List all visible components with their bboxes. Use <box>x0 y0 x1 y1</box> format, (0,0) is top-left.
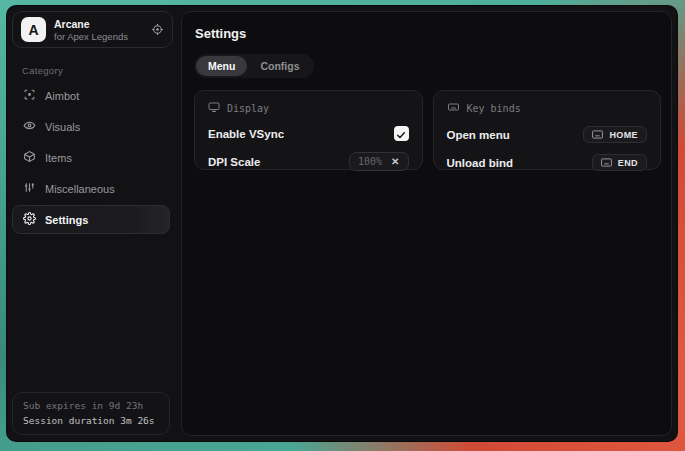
sidebar-item-label: Settings <box>45 214 88 226</box>
app-subtitle: for Apex Legends <box>54 31 128 42</box>
monitor-icon <box>208 101 220 115</box>
dpi-label: DPI Scale <box>208 156 260 168</box>
open-menu-label: Open menu <box>447 129 510 141</box>
crosshair-icon <box>23 88 36 103</box>
page-title: Settings <box>195 26 661 41</box>
keybinds-card: Key binds Open menu HOME Unload bind <box>433 90 662 170</box>
tab-menu[interactable]: Menu <box>196 56 247 76</box>
tab-bar: Menu Configs <box>194 54 314 78</box>
display-card-title: Display <box>227 103 269 114</box>
sidebar-item-visuals[interactable]: Visuals <box>12 112 170 141</box>
dpi-row: DPI Scale 100% ✕ <box>208 152 409 171</box>
sidebar-item-settings[interactable]: Settings <box>12 205 170 234</box>
sidebar-item-label: Visuals <box>45 121 80 133</box>
app-logo: A <box>21 17 46 42</box>
settings-cards: Display Enable VSync DPI Scale <box>194 90 661 170</box>
category-label: Category <box>22 65 175 76</box>
unload-bind-keybind-button[interactable]: END <box>592 154 647 171</box>
dpi-scale-input[interactable]: 100% ✕ <box>349 152 408 171</box>
sidebar-item-label: Aimbot <box>45 90 79 102</box>
sidebar-item-aimbot[interactable]: Aimbot <box>12 81 170 110</box>
sidebar-item-label: Items <box>45 152 72 164</box>
dpi-value: 100% <box>358 156 382 167</box>
sidebar: A Arcane for Apex Legends Category <box>7 6 175 441</box>
unload-bind-label: Unload bind <box>447 157 513 169</box>
sidebar-nav: Aimbot Visuals Items <box>7 81 175 234</box>
vsync-row: Enable VSync <box>208 126 409 141</box>
cube-icon <box>23 150 36 165</box>
unload-bind-row: Unload bind END <box>447 154 648 171</box>
open-menu-keybind-button[interactable]: HOME <box>583 126 647 143</box>
open-menu-row: Open menu HOME <box>447 126 648 143</box>
sidebar-item-miscellaneous[interactable]: Miscellaneous <box>12 174 170 203</box>
display-card: Display Enable VSync DPI Scale <box>194 90 423 170</box>
app-window: A Arcane for Apex Legends Category <box>6 5 678 442</box>
keyboard-icon <box>592 130 603 139</box>
keyboard-icon <box>601 158 612 167</box>
check-icon <box>396 126 406 144</box>
tab-configs[interactable]: Configs <box>248 56 311 76</box>
vsync-checkbox[interactable] <box>394 126 409 141</box>
keybinds-card-header: Key binds <box>447 101 648 115</box>
sidebar-item-label: Miscellaneous <box>45 183 115 195</box>
app-name: Arcane <box>54 18 128 30</box>
main-panel: Settings Menu Configs Display Enable VSy… <box>181 11 672 436</box>
unload-bind-key: END <box>618 158 638 168</box>
gear-icon <box>23 212 36 227</box>
sidebar-item-items[interactable]: Items <box>12 143 170 172</box>
eye-icon <box>23 119 36 134</box>
app-title-block: Arcane for Apex Legends <box>54 18 128 42</box>
target-icon[interactable] <box>151 23 164 36</box>
keyboard-icon <box>447 101 460 115</box>
sub-expires-text: Sub expires in 9d 23h <box>23 400 159 411</box>
open-menu-key: HOME <box>609 130 638 140</box>
display-card-header: Display <box>208 101 409 115</box>
clear-icon[interactable]: ✕ <box>391 157 399 167</box>
keybinds-card-title: Key binds <box>467 103 521 114</box>
vsync-label: Enable VSync <box>208 128 284 140</box>
session-duration-text: Session duration 3m 26s <box>23 415 159 426</box>
app-header-card: A Arcane for Apex Legends <box>12 11 173 48</box>
sliders-icon <box>23 181 36 196</box>
subscription-info-card: Sub expires in 9d 23h Session duration 3… <box>12 392 170 435</box>
